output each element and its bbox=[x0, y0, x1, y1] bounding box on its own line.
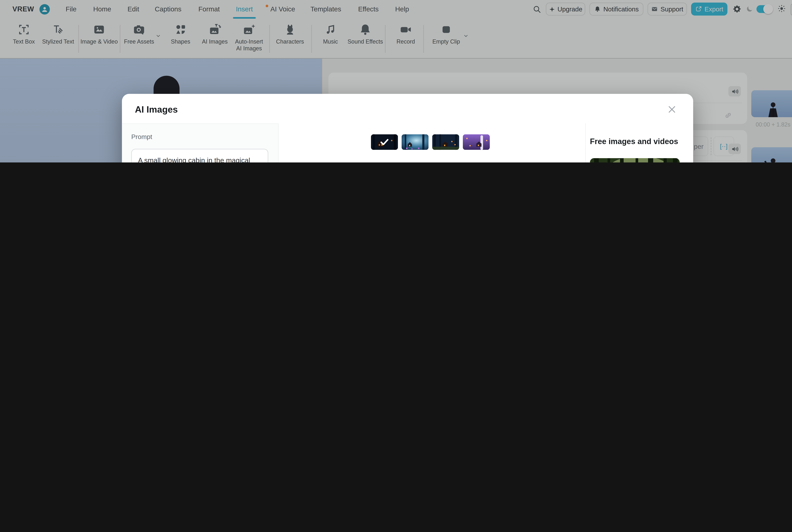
result-thumbnail-1-selected[interactable] bbox=[371, 134, 398, 150]
modal-title: AI Images bbox=[135, 104, 178, 115]
vrew-app: VREW File Home Edit Captions Format Inse… bbox=[0, 0, 792, 163]
close-icon[interactable] bbox=[667, 104, 677, 114]
check-icon bbox=[379, 137, 390, 147]
free-video-item-1[interactable]: 00:32 bbox=[590, 158, 680, 163]
prompt-label: Prompt bbox=[131, 133, 152, 140]
result-thumbnail-3[interactable] bbox=[432, 134, 459, 150]
prompt-input[interactable]: A small glowing cabin in the magical twi… bbox=[131, 149, 268, 163]
ai-images-modal: AI Images Prompt A small glowing cabin i… bbox=[122, 94, 693, 163]
free-media-title: Free images and videos bbox=[590, 137, 678, 146]
result-thumbnail-2[interactable] bbox=[401, 134, 429, 150]
result-thumbnail-4[interactable] bbox=[463, 134, 490, 150]
